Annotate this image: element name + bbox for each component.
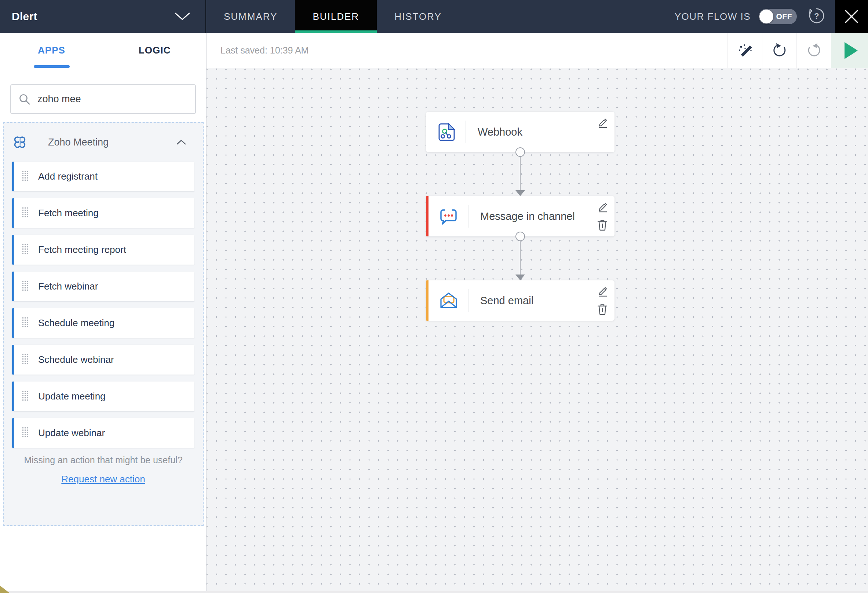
topbar-right: YOUR FLOW IS OFF ? [675,0,868,33]
node-send-email[interactable]: Send email [426,280,614,321]
chat-icon [438,206,459,227]
flow-status-label: YOUR FLOW IS [675,11,751,22]
connector-line [520,241,521,275]
flow-title-section[interactable]: Dlert [0,0,206,33]
redo-icon [806,43,822,59]
action-label: Fetch meeting [38,207,99,219]
node-separator [468,205,468,228]
tab-builder[interactable]: BUILDER [295,0,377,33]
node-actions [596,116,609,129]
connector-line [520,157,521,190]
action-label: Fetch webinar [38,281,98,292]
corner-artifact [0,586,10,593]
close-icon[interactable] [835,0,868,33]
play-icon [844,42,858,59]
search-wrap [0,68,206,114]
panel-footer: Missing an action that might be useful? … [4,455,203,485]
magic-wand-button[interactable] [728,33,762,68]
missing-action-text: Missing an action that might be useful? [4,455,203,465]
action-card-schedule-meeting[interactable]: Schedule meeting [12,308,195,338]
action-card-update-webinar[interactable]: Update webinar [12,418,195,448]
wand-icon [738,43,753,58]
node-label: Message in channel [480,210,575,222]
chevron-down-icon[interactable] [174,12,191,21]
trash-icon[interactable] [596,219,608,231]
pencil-icon[interactable] [596,116,609,129]
connector-port[interactable] [515,232,525,241]
grip-icon [22,171,28,182]
grip-icon [22,317,28,329]
chevron-up-icon[interactable] [176,139,187,146]
node-label: Send email [480,295,533,307]
app-section-header[interactable]: Zoho Meeting [4,123,203,162]
action-label: Update meeting [38,391,106,402]
action-label: Update webinar [38,427,105,439]
sidebar-tabs: APPS LOGIC [0,33,206,68]
zoho-meeting-icon [13,135,27,149]
flow-on-off-toggle[interactable]: OFF [759,9,797,24]
action-label: Schedule meeting [38,317,114,329]
action-label: Add registrant [38,171,97,182]
action-card-fetch-webinar[interactable]: Fetch webinar [12,272,195,301]
grip-icon [22,427,28,439]
node-separator [465,121,466,143]
run-flow-button[interactable] [831,33,868,68]
action-card-schedule-webinar[interactable]: Schedule webinar [12,345,195,375]
pencil-icon[interactable] [596,200,609,213]
node-separator [468,289,468,312]
undo-button[interactable] [762,33,796,68]
toolbar-actions [728,33,868,68]
tab-apps[interactable]: APPS [0,33,103,68]
toggle-state-label: OFF [776,12,793,21]
webhook-doc-icon [435,121,457,143]
grip-icon [22,354,28,365]
node-message-in-channel[interactable]: Message in channel [426,196,614,236]
undo-icon [772,43,788,59]
grip-icon [22,281,28,292]
app-section-name: Zoho Meeting [48,137,109,148]
app-search-input[interactable] [37,93,188,105]
action-card-update-meeting[interactable]: Update meeting [12,381,195,411]
sidebar: APPS LOGIC Zoho Meeting [0,33,207,593]
toggle-knob[interactable] [759,10,774,24]
action-card-add-registrant[interactable]: Add registrant [12,162,195,191]
action-card-fetch-meeting-report[interactable]: Fetch meeting report [12,235,195,265]
view-tabs: SUMMARY BUILDER HISTORY [206,0,459,33]
zoho-meeting-panel: Zoho Meeting Add registrant Fetch meetin… [3,122,204,526]
tab-history[interactable]: HISTORY [377,0,459,33]
action-card-fetch-meeting[interactable]: Fetch meeting [12,198,195,228]
redo-button[interactable] [796,33,831,68]
node-label: Webhook [478,126,523,138]
node-actions [596,200,609,231]
action-label: Schedule webinar [38,354,114,365]
grip-icon [22,207,28,219]
connector-arrow-icon [515,275,525,280]
request-new-action-link[interactable]: Request new action [61,474,145,485]
pencil-icon[interactable] [596,285,609,297]
node-actions [596,285,609,316]
bottom-edge-strip [0,591,868,593]
grip-icon [22,391,28,402]
grip-icon [22,244,28,256]
topbar: Dlert SUMMARY BUILDER HISTORY YOUR FLOW … [0,0,868,33]
tab-logic[interactable]: LOGIC [103,33,206,68]
node-webhook[interactable]: Webhook [426,112,614,152]
svg-text:?: ? [814,11,819,21]
email-icon [438,290,459,311]
search-icon [18,93,31,106]
tab-summary[interactable]: SUMMARY [206,0,295,33]
connector-port[interactable] [515,147,525,157]
connector-arrow-icon [515,190,525,196]
flow-name: Dlert [12,10,37,23]
search-box[interactable] [10,84,196,114]
trash-icon[interactable] [596,303,608,316]
last-saved-status: Last saved: 10:39 AM [220,45,309,56]
help-icon[interactable]: ? [808,7,825,26]
flow-canvas[interactable]: Webhook Message in channel [207,68,868,593]
action-label: Fetch meeting report [38,244,126,256]
builder-toolbar: Last saved: 10:39 AM [207,33,868,68]
